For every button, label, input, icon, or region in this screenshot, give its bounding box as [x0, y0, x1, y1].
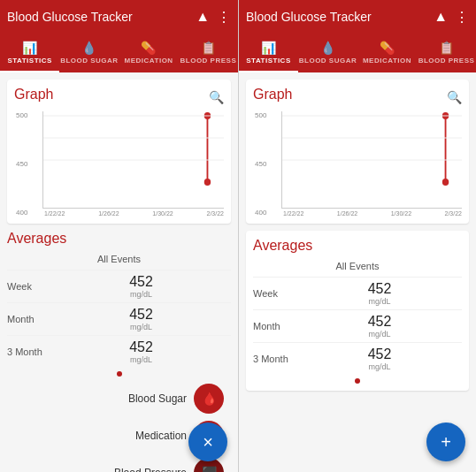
graph-wrapper-right: 500 450 400 — [281, 111, 462, 217]
graph-title-left: Graph — [14, 87, 53, 103]
avg-value-month-left: 452 — [51, 307, 231, 323]
avg-value-week-left: 452 — [51, 274, 231, 290]
averages-title-right: Averages — [253, 238, 462, 254]
zoom-icon-right[interactable]: 🔍 — [447, 90, 462, 104]
avg-period-month-left: Month — [7, 314, 51, 324]
avg-value-3month-left: 452 — [51, 339, 231, 355]
blood-press-tab-icon-right: 📋 — [439, 41, 455, 55]
tab-blood-press-right[interactable]: 📋 BLOOD PRESS — [417, 34, 476, 72]
app-bar-left: Blood Glucose Tracker ▲ ⋮ — [0, 0, 238, 34]
x-labels-right: 1/22/22 1/26/22 1/30/22 2/3/22 — [281, 210, 462, 217]
avg-value-block-month-left: 452 mg/dL — [51, 307, 231, 331]
left-content: Graph 🔍 500 450 400 — [0, 72, 238, 472]
avg-value-week-right: 452 — [297, 281, 462, 297]
statistics-tab-icon-right: 📊 — [261, 41, 277, 55]
averages-card-right: Averages All Events Week 452 mg/dL Month… — [246, 231, 469, 391]
graph-svg-right — [282, 111, 462, 191]
graph-card-left: Graph 🔍 500 450 400 — [7, 80, 231, 224]
medication-tab-icon-left: 💊 — [141, 41, 157, 55]
more-icon-left[interactable]: ⋮ — [217, 9, 231, 26]
y-label-bot-left: 400 — [16, 209, 27, 217]
tab-statistics-label-left: STATISTICS — [7, 57, 51, 65]
avg-row-month-right: Month 452 mg/dL — [253, 309, 462, 342]
blood-sugar-tab-icon-left: 💧 — [81, 41, 97, 55]
menu-row-blood-sugar: Blood Sugar 🩸 — [7, 380, 231, 417]
app-title-right: Blood Glucose Tracker — [246, 10, 434, 24]
tab-blood-sugar-label-left: BLOOD SUGAR — [60, 57, 119, 65]
more-icon-right[interactable]: ⋮ — [455, 9, 469, 26]
y-label-top-right: 500 — [255, 111, 266, 119]
x-label-2-left: 1/26/22 — [98, 210, 119, 217]
avg-unit-3month-right: mg/dL — [297, 362, 462, 371]
tab-medication-label-left: MEDICATION — [125, 57, 173, 65]
tab-statistics-left[interactable]: 📊 STATISTICS — [0, 34, 59, 72]
y-labels-right: 500 450 400 — [255, 111, 266, 217]
averages-section-left: Averages All Events Week 452 mg/dL Month… — [7, 231, 231, 377]
tab-medication-right[interactable]: 💊 MEDICATION — [357, 34, 417, 72]
avg-row-3month-right: 3 Month 452 mg/dL — [253, 342, 462, 375]
app-title-left: Blood Glucose Tracker — [7, 10, 196, 24]
tab-blood-press-left[interactable]: 📋 BLOOD PRESS — [179, 34, 238, 72]
all-events-label-right: All Events — [253, 261, 462, 271]
avg-period-3month-left: 3 Month — [7, 346, 51, 357]
y-label-mid-left: 450 — [16, 160, 27, 168]
statistics-tab-icon-left: 📊 — [22, 41, 38, 55]
graph-title-right: Graph — [253, 87, 292, 103]
avg-period-week-right: Week — [253, 288, 297, 299]
menu-label-blood-sugar: Blood Sugar — [128, 392, 187, 405]
tab-blood-sugar-left[interactable]: 💧 BLOOD SUGAR — [59, 34, 119, 72]
tab-bar-right: 📊 STATISTICS 💧 BLOOD SUGAR 💊 MEDICATION … — [239, 34, 476, 72]
share-icon-left[interactable]: ▲ — [196, 9, 210, 26]
graph-wrapper-left: 500 450 400 — [42, 111, 224, 217]
graph-svg-left — [43, 111, 224, 191]
averages-title-left: Averages — [7, 231, 231, 247]
x-labels-left: 1/22/22 1/26/22 1/30/22 2/3/22 — [42, 210, 224, 217]
blood-sugar-tab-icon-right: 💧 — [320, 41, 336, 55]
tab-statistics-label-right: STATISTICS — [246, 57, 290, 65]
y-label-bot-right: 400 — [255, 209, 266, 217]
menu-btn-blood-sugar[interactable]: 🩸 — [194, 384, 224, 414]
avg-unit-3month-left: mg/dL — [51, 355, 231, 364]
tab-bar-left: 📊 STATISTICS 💧 BLOOD SUGAR 💊 MEDICATION … — [0, 34, 238, 72]
avg-period-month-right: Month — [253, 321, 297, 331]
fab-plus-right[interactable]: + — [426, 423, 465, 461]
avg-unit-week-right: mg/dL — [297, 297, 462, 306]
x-label-4-right: 2/3/22 — [445, 210, 462, 217]
avg-row-month-left: Month 452 mg/dL — [7, 302, 231, 335]
avg-unit-month-left: mg/dL — [51, 323, 231, 331]
tab-blood-sugar-label-right: BLOOD SUGAR — [299, 57, 357, 65]
menu-label-blood-pressure: Blood Pressure — [114, 467, 187, 472]
svg-point-8 — [442, 179, 449, 186]
all-events-label-left: All Events — [7, 254, 231, 264]
app-bar-actions-left: ▲ ⋮ — [196, 9, 231, 26]
avg-unit-week-left: mg/dL — [51, 290, 231, 299]
zoom-icon-left[interactable]: 🔍 — [209, 90, 224, 104]
tab-blood-press-label-right: BLOOD PRESS — [418, 57, 475, 65]
x-label-1-left: 1/22/22 — [44, 210, 65, 217]
x-label-3-left: 1/30/22 — [152, 210, 173, 217]
avg-value-block-3month-left: 452 mg/dL — [51, 339, 231, 364]
app-bar-actions-right: ▲ ⋮ — [434, 9, 469, 26]
avg-unit-month-right: mg/dL — [297, 330, 462, 339]
blood-press-tab-icon-left: 📋 — [201, 41, 217, 55]
avg-period-3month-right: 3 Month — [253, 354, 297, 364]
avg-value-block-week-left: 452 mg/dL — [51, 274, 231, 299]
avg-row-3month-left: 3 Month 452 mg/dL — [7, 335, 231, 368]
app-bar-right: Blood Glucose Tracker ▲ ⋮ — [239, 0, 476, 34]
tab-blood-press-label-left: BLOOD PRESS — [180, 57, 237, 65]
tab-blood-sugar-right[interactable]: 💧 BLOOD SUGAR — [298, 34, 357, 72]
tab-statistics-right[interactable]: 📊 STATISTICS — [239, 34, 298, 72]
avg-period-week-left: Week — [7, 281, 51, 292]
fab-close-left[interactable]: × — [188, 423, 227, 461]
tab-medication-left[interactable]: 💊 MEDICATION — [119, 34, 179, 72]
share-icon-right[interactable]: ▲ — [434, 9, 448, 26]
graph-area-right — [281, 111, 462, 209]
avg-row-week-right: Week 452 mg/dL — [253, 277, 462, 309]
avg-value-block-week-right: 452 mg/dL — [297, 281, 462, 306]
y-labels-left: 500 450 400 — [16, 111, 27, 217]
y-label-top-left: 500 — [16, 111, 27, 119]
small-dot-right — [355, 378, 360, 384]
y-label-mid-right: 450 — [255, 160, 266, 168]
graph-area-left — [42, 111, 224, 209]
avg-value-3month-right: 452 — [297, 346, 462, 362]
